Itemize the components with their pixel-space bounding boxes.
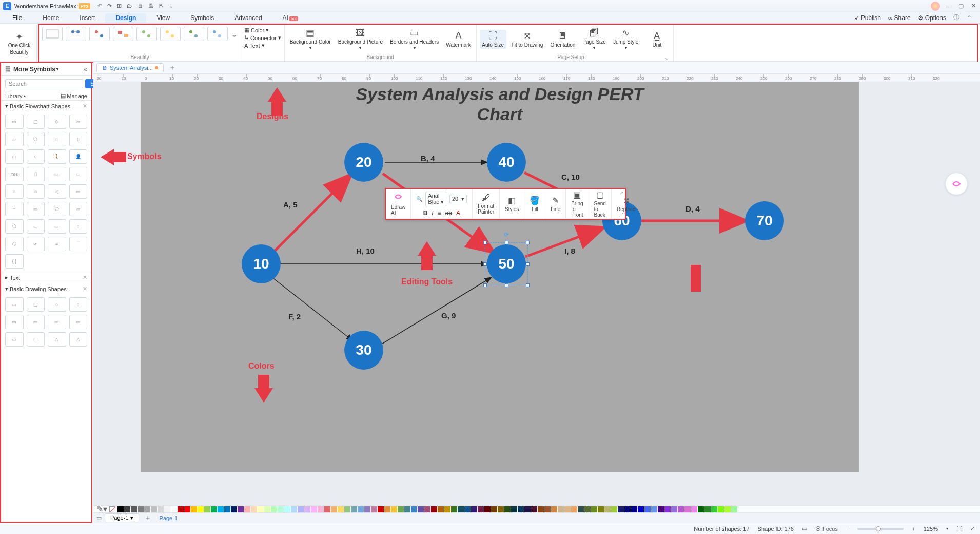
background-picture-button[interactable]: 🖼Background Picture▾ xyxy=(336,27,385,51)
maximize-icon[interactable]: ▢ xyxy=(957,3,965,10)
theme-preset-2[interactable] xyxy=(66,27,86,41)
color-swatch[interactable] xyxy=(518,506,524,512)
new-icon[interactable]: ⊞ xyxy=(117,3,122,9)
user-avatar[interactable] xyxy=(931,2,940,11)
color-dropdown[interactable]: ▦Color ▾ xyxy=(244,27,281,33)
color-swatch[interactable] xyxy=(631,506,637,512)
theme-preset-5[interactable] xyxy=(136,27,157,41)
color-swatch[interactable] xyxy=(491,506,497,512)
shape-item[interactable]: ▭ xyxy=(27,202,45,216)
shape-item[interactable]: ⊳ xyxy=(27,237,45,251)
color-swatch[interactable] xyxy=(311,506,317,512)
shape-item[interactable]: ▭ xyxy=(48,219,66,234)
color-swatch[interactable] xyxy=(598,506,604,512)
color-swatch[interactable] xyxy=(384,506,390,512)
color-swatch[interactable] xyxy=(258,506,264,512)
color-swatch[interactable] xyxy=(644,506,651,512)
shape-item[interactable]: ▭ xyxy=(5,332,24,347)
bring-to-front-button[interactable]: ▣Bring to Front xyxy=(566,189,589,219)
tab-view[interactable]: View xyxy=(146,13,180,23)
pagesetup-launcher-icon[interactable]: ↘ xyxy=(662,56,670,61)
no-fill-swatch[interactable] xyxy=(109,506,115,512)
shape-item[interactable]: ▭ xyxy=(27,219,45,234)
shape-item[interactable]: △ xyxy=(69,332,88,347)
edge-label-g[interactable]: G, 9 xyxy=(441,311,456,320)
section-drawing-header[interactable]: ▾ Basic Drawing Shapes✕ xyxy=(1,283,91,294)
background-color-button[interactable]: ▤Background Color▾ xyxy=(288,27,333,51)
color-swatch[interactable] xyxy=(124,506,130,512)
color-swatch[interactable] xyxy=(151,506,157,512)
section-close-icon[interactable]: ✕ xyxy=(83,103,87,109)
shape-item[interactable]: ▭ xyxy=(69,167,88,181)
shape-item[interactable]: ⌷ xyxy=(27,167,45,181)
connector-dropdown[interactable]: ↳Connector ▾ xyxy=(244,34,281,41)
color-swatch[interactable] xyxy=(524,506,531,512)
color-swatch[interactable] xyxy=(544,506,551,512)
document-tab[interactable]: 🗎 System Analysi... xyxy=(96,63,164,72)
fullscreen-icon[interactable]: ⤢ xyxy=(970,525,975,532)
color-swatch[interactable] xyxy=(324,506,330,512)
color-swatch[interactable] xyxy=(278,506,284,512)
pert-node-70[interactable]: 70 xyxy=(745,201,784,240)
shape-item[interactable]: ○ xyxy=(69,219,88,234)
color-swatch[interactable] xyxy=(691,506,697,512)
shape-item[interactable]: ≡ xyxy=(48,237,66,251)
color-swatch[interactable] xyxy=(438,506,444,512)
shape-item[interactable]: ▱ xyxy=(5,132,24,146)
edge-label-f[interactable]: F, 2 xyxy=(288,312,301,321)
italic-button[interactable]: I xyxy=(432,209,433,217)
shape-item[interactable]: ▭ xyxy=(5,297,24,312)
tab-symbols[interactable]: Symbols xyxy=(180,13,224,23)
color-swatch[interactable] xyxy=(338,506,344,512)
color-swatch[interactable] xyxy=(664,506,671,512)
section-close-icon[interactable]: ✕ xyxy=(83,274,87,281)
floatbar-resize-icon[interactable]: ⋰ xyxy=(619,213,623,218)
text-dropdown[interactable]: AText ▾ xyxy=(244,42,281,49)
borders-headers-button[interactable]: ▭Borders and Headers▾ xyxy=(388,27,441,51)
page[interactable]: System Analysis and Design PERTChart xyxy=(141,82,859,472)
color-swatch[interactable] xyxy=(578,506,584,512)
color-swatch[interactable] xyxy=(444,506,450,512)
color-swatch[interactable] xyxy=(238,506,244,512)
color-swatch[interactable] xyxy=(244,506,250,512)
color-swatch[interactable] xyxy=(171,506,177,512)
print-icon[interactable]: 🖶 xyxy=(148,3,154,9)
color-swatch[interactable] xyxy=(724,506,731,512)
orientation-button[interactable]: 🗏Orientation xyxy=(548,30,577,49)
color-swatch[interactable] xyxy=(191,506,197,512)
styles-button[interactable]: ◧Styles xyxy=(500,189,524,219)
theme-gallery-more-icon[interactable]: ⌄ xyxy=(231,29,238,39)
shape-item[interactable]: ▭ xyxy=(48,167,66,181)
theme-preset-1[interactable] xyxy=(42,27,63,41)
color-swatch[interactable] xyxy=(318,506,324,512)
shape-item[interactable]: △ xyxy=(48,332,66,347)
shape-item[interactable]: ⬠ xyxy=(5,219,24,234)
open-icon[interactable]: 🗁 xyxy=(127,3,132,9)
shape-item[interactable]: 🚶 xyxy=(48,149,66,164)
shape-item[interactable]: 〰 xyxy=(5,202,24,216)
color-swatch[interactable] xyxy=(484,506,491,512)
color-swatch[interactable] xyxy=(538,506,544,512)
color-swatch[interactable] xyxy=(651,506,657,512)
one-click-beautify[interactable]: ✦ One Click Beautify xyxy=(2,25,37,62)
shape-item[interactable]: ▯ xyxy=(48,132,66,146)
color-swatch[interactable] xyxy=(144,506,150,512)
shape-item[interactable]: ▭ xyxy=(5,115,24,129)
shape-item[interactable]: ⬡ xyxy=(5,237,24,251)
color-swatch[interactable] xyxy=(618,506,624,512)
color-swatch[interactable] xyxy=(398,506,404,512)
page-tabs-icon[interactable]: ▭ xyxy=(96,514,102,521)
font-family-select[interactable]: Arial Blac ▾ xyxy=(425,192,446,206)
color-swatch[interactable] xyxy=(198,506,204,512)
color-swatch[interactable] xyxy=(351,506,357,512)
rotate-handle-icon[interactable]: ⟳ xyxy=(504,231,509,238)
color-swatch[interactable] xyxy=(411,506,417,512)
shape-item[interactable]: ▢ xyxy=(27,332,45,347)
shape-item[interactable]: ▭ xyxy=(48,315,66,329)
shape-item[interactable]: 👤 xyxy=(69,149,88,164)
close-icon[interactable]: ✕ xyxy=(970,3,977,10)
add-document-button[interactable]: ＋ xyxy=(169,63,176,72)
replace-button[interactable]: ⤭Replace xyxy=(612,189,641,219)
tab-insert[interactable]: Insert xyxy=(69,13,105,23)
collapse-panel-icon[interactable]: « xyxy=(84,66,87,73)
